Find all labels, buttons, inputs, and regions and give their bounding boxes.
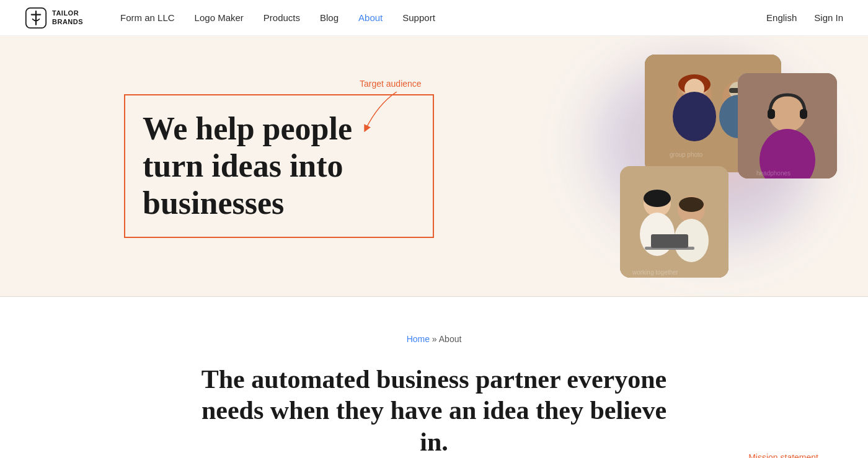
nav-products[interactable]: Products xyxy=(264,12,300,23)
nav-links: Form an LLC Logo Maker Products Blog Abo… xyxy=(120,12,435,24)
photo-card-3: working together xyxy=(620,166,728,278)
logo-text: TAILOR BRANDS xyxy=(52,9,83,25)
content-section: Home » About The automated business part… xyxy=(0,297,868,458)
svg-point-6 xyxy=(673,92,716,141)
target-audience-label: Target audience xyxy=(360,79,422,89)
content-headline: The automated business partner everyone … xyxy=(186,364,682,457)
mission-label-text: Mission statement xyxy=(748,452,818,458)
breadcrumb-home[interactable]: Home xyxy=(407,334,430,344)
hero-headline: We help people turn ideas into businesse… xyxy=(143,110,415,221)
mission-annotation-label: Mission statement xyxy=(748,452,818,458)
breadcrumb-separator: » xyxy=(430,334,439,344)
svg-point-20 xyxy=(644,190,671,207)
svg-text:group photo: group photo xyxy=(670,151,703,158)
hero-section: Target audience We help people turn idea… xyxy=(0,36,868,296)
svg-text:working together: working together xyxy=(632,269,679,276)
svg-rect-26 xyxy=(651,234,688,248)
hero-images: group photo headphones xyxy=(570,55,831,278)
breadcrumb-current: About xyxy=(439,334,462,344)
nav-right: English Sign In xyxy=(766,12,843,23)
svg-point-23 xyxy=(679,197,704,212)
logo-link[interactable]: TAILOR BRANDS xyxy=(25,7,83,29)
svg-rect-15 xyxy=(800,109,807,119)
nav-logo-maker[interactable]: Logo Maker xyxy=(195,12,244,23)
nav-sign-in[interactable]: Sign In xyxy=(814,12,843,23)
photo-card-2: headphones xyxy=(738,73,837,178)
navbar: TAILOR BRANDS Form an LLC Logo Maker Pro… xyxy=(0,0,868,36)
nav-blog[interactable]: Blog xyxy=(320,12,339,23)
nav-form-llc[interactable]: Form an LLC xyxy=(120,12,175,23)
svg-text:headphones: headphones xyxy=(756,170,790,177)
hero-headline-box: We help people turn ideas into businesse… xyxy=(124,94,434,237)
mission-annotation: Mission statement xyxy=(748,452,818,458)
nav-about[interactable]: About xyxy=(358,12,383,23)
photo-work-svg: working together xyxy=(620,166,728,278)
nav-support[interactable]: Support xyxy=(402,12,435,23)
svg-rect-14 xyxy=(768,109,775,119)
logo-icon xyxy=(25,7,47,29)
photo-man-svg: headphones xyxy=(738,73,837,178)
nav-language[interactable]: English xyxy=(766,12,797,23)
svg-rect-18 xyxy=(620,166,728,278)
breadcrumb: Home » About xyxy=(25,334,843,344)
hero-left: We help people turn ideas into businesse… xyxy=(124,94,434,237)
